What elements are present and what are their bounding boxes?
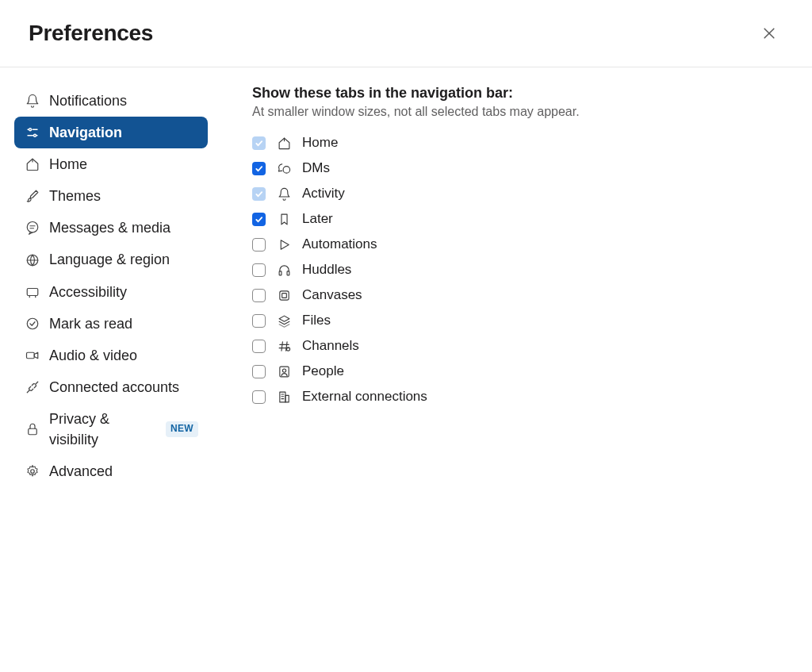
sidebar-item-label: Privacy & visibility <box>49 409 153 450</box>
content-panel: Show these tabs in the navigation bar: A… <box>222 85 812 487</box>
sidebar-item-label: Audio & video <box>49 345 137 366</box>
accessibility-icon <box>25 285 40 299</box>
checkbox-canvases[interactable] <box>252 289 266 302</box>
preferences-body: NotificationsNavigationHomeThemesMessage… <box>0 67 812 487</box>
brush-icon <box>25 189 40 203</box>
sidebar-item-label: Mark as read <box>49 313 132 334</box>
tab-option-channels: Channels <box>252 333 788 359</box>
svg-point-20 <box>283 166 290 173</box>
checkbox-channels[interactable] <box>252 340 266 353</box>
tab-label: Later <box>302 211 333 227</box>
sidebar: NotificationsNavigationHomeThemesMessage… <box>0 85 222 487</box>
tab-label: Automations <box>302 236 377 252</box>
sidebar-item-label: Advanced <box>49 461 113 482</box>
sidebar-item-advanced[interactable]: Advanced <box>14 455 208 487</box>
tab-option-files: Files <box>252 308 788 333</box>
checkbox-files[interactable] <box>252 314 266 328</box>
bookmark-icon <box>277 212 291 226</box>
home-icon <box>25 157 40 171</box>
tab-label: Huddles <box>302 262 351 278</box>
tab-option-later: Later <box>252 206 788 232</box>
headphones-icon <box>277 263 291 277</box>
tab-label: Activity <box>302 186 345 202</box>
tab-label: Home <box>302 135 338 151</box>
checkbox-activity <box>252 187 266 201</box>
svg-point-8 <box>27 222 38 233</box>
svg-rect-30 <box>279 367 288 377</box>
sidebar-item-connected-accounts[interactable]: Connected accounts <box>14 371 208 403</box>
section-title: Show these tabs in the navigation bar: <box>252 85 788 102</box>
plug-icon <box>25 380 40 394</box>
svg-rect-17 <box>27 352 35 359</box>
sidebar-item-notifications[interactable]: Notifications <box>14 85 208 117</box>
svg-rect-32 <box>279 392 285 402</box>
video-icon <box>25 348 40 363</box>
canvas-icon <box>277 288 291 302</box>
gear-icon <box>25 464 40 478</box>
sidebar-item-audio-video[interactable]: Audio & video <box>14 340 208 371</box>
sidebar-item-label: Notifications <box>49 90 127 111</box>
tab-list: HomeDMsActivityLaterAutomationsHuddlesCa… <box>252 130 788 409</box>
close-icon <box>761 25 777 41</box>
people-icon <box>277 364 291 378</box>
page-title: Preferences <box>29 21 153 46</box>
lock-icon <box>25 422 40 436</box>
sidebar-item-privacy-visibility[interactable]: Privacy & visibilityNEW <box>14 403 208 455</box>
sidebar-item-themes[interactable]: Themes <box>14 180 208 212</box>
svg-rect-23 <box>279 290 288 299</box>
sidebar-item-mark-as-read[interactable]: Mark as read <box>14 308 208 340</box>
svg-rect-21 <box>279 271 282 275</box>
tab-label: External connections <box>302 389 427 405</box>
channels-icon <box>277 339 291 353</box>
tab-label: Canvases <box>302 287 362 303</box>
sidebar-item-language-region[interactable]: Language & region <box>14 244 208 275</box>
tab-label: DMs <box>302 160 330 176</box>
tab-option-people: People <box>252 359 788 384</box>
play-icon <box>277 237 291 252</box>
sidebar-item-label: Home <box>49 154 87 175</box>
tab-option-activity: Activity <box>252 181 788 206</box>
tab-option-automations: Automations <box>252 232 788 257</box>
tab-option-huddles: Huddles <box>252 257 788 282</box>
tab-label: People <box>302 363 344 379</box>
sidebar-item-label: Themes <box>49 186 101 206</box>
home-icon <box>277 136 291 150</box>
new-badge: NEW <box>166 421 198 436</box>
checkbox-home <box>252 136 266 150</box>
globe-icon <box>25 253 40 267</box>
checkbox-dms[interactable] <box>252 162 266 175</box>
building-icon <box>277 390 291 404</box>
sliders-icon <box>25 125 40 140</box>
checkbox-automations[interactable] <box>252 238 266 252</box>
sidebar-item-label: Navigation <box>49 122 122 143</box>
tab-label: Channels <box>302 338 359 354</box>
tab-option-home: Home <box>252 130 788 156</box>
svg-line-25 <box>281 341 282 350</box>
chat-icon <box>25 221 40 235</box>
checkbox-people[interactable] <box>252 365 266 378</box>
tab-label: Files <box>302 313 331 328</box>
svg-point-16 <box>27 318 38 329</box>
svg-rect-24 <box>282 293 286 298</box>
close-button[interactable] <box>755 19 783 48</box>
preferences-header: Preferences <box>0 0 812 67</box>
sidebar-item-label: Connected accounts <box>49 377 179 397</box>
sidebar-item-accessibility[interactable]: Accessibility <box>14 276 208 308</box>
check-circle-icon <box>25 317 40 331</box>
sidebar-item-label: Language & region <box>49 249 170 270</box>
sidebar-item-label: Accessibility <box>49 282 127 302</box>
svg-rect-33 <box>285 395 288 402</box>
checkbox-external-connections[interactable] <box>252 390 266 404</box>
sidebar-item-label: Messages & media <box>49 217 170 238</box>
sidebar-item-messages-media[interactable]: Messages & media <box>14 212 208 244</box>
bell-icon <box>277 186 291 201</box>
checkbox-later[interactable] <box>252 213 266 226</box>
dms-icon <box>277 161 291 175</box>
sidebar-item-navigation[interactable]: Navigation <box>14 117 208 148</box>
svg-rect-22 <box>287 271 289 275</box>
checkbox-huddles[interactable] <box>252 263 266 277</box>
svg-point-19 <box>31 470 35 474</box>
sidebar-item-home[interactable]: Home <box>14 148 208 180</box>
svg-rect-13 <box>27 288 38 295</box>
bell-icon <box>25 94 40 108</box>
